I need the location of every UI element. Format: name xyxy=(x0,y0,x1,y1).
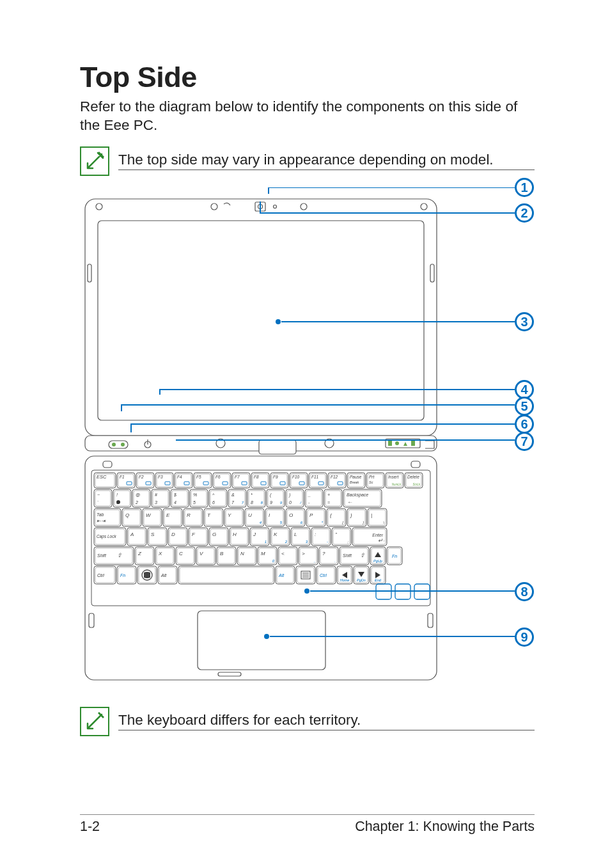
svg-text:O: O xyxy=(289,512,293,518)
svg-text:F9: F9 xyxy=(273,475,278,479)
svg-text:M: M xyxy=(261,551,265,556)
svg-rect-30 xyxy=(428,613,433,627)
callout-7: 7 xyxy=(515,432,534,451)
svg-text:Alt: Alt xyxy=(160,573,167,578)
intro-text: Refer to the diagram below to identify t… xyxy=(80,98,535,135)
svg-text:F7: F7 xyxy=(235,475,240,479)
svg-text:V: V xyxy=(199,551,203,556)
note-top-text: The top side may vary in appearance depe… xyxy=(118,152,535,170)
svg-text:F5: F5 xyxy=(196,475,201,479)
svg-text:$: $ xyxy=(173,493,176,497)
svg-rect-1 xyxy=(98,221,424,420)
svg-text:?: ? xyxy=(322,551,325,556)
svg-text:2: 2 xyxy=(135,500,138,505)
svg-text:F4: F4 xyxy=(177,475,182,479)
svg-text:Enter: Enter xyxy=(372,533,383,537)
svg-text:Pause: Pause xyxy=(350,475,362,479)
svg-text:Break: Break xyxy=(350,480,359,484)
svg-text:~: ~ xyxy=(97,493,100,497)
svg-point-13 xyxy=(112,443,116,446)
svg-text:Fn: Fn xyxy=(392,554,397,558)
laptop-diagram: ESCF1F2F3F4F5F6F7F8F9F10F11F12PauseBreak… xyxy=(80,187,535,693)
chapter-label: Chapter 1: Knowing the Parts xyxy=(355,819,535,835)
svg-text:End: End xyxy=(375,578,382,582)
note-top: The top side may vary in appearance depe… xyxy=(80,146,535,176)
svg-text::: : xyxy=(315,532,316,537)
svg-text:-: - xyxy=(327,540,328,544)
svg-text:Tab: Tab xyxy=(97,512,104,517)
svg-text:%: % xyxy=(193,493,197,497)
page-title: Top Side xyxy=(80,61,535,94)
svg-text:3: 3 xyxy=(155,500,157,505)
svg-text:Delete: Delete xyxy=(407,475,419,479)
svg-rect-29 xyxy=(89,613,94,627)
svg-rect-18 xyxy=(259,440,296,454)
svg-text:ScrLk: ScrLk xyxy=(412,483,420,486)
svg-text:⇧: ⇧ xyxy=(360,552,365,558)
svg-point-338 xyxy=(276,319,281,324)
svg-point-22 xyxy=(395,441,399,445)
svg-text:D: D xyxy=(171,532,175,537)
svg-text:N: N xyxy=(240,551,244,556)
svg-text:H: H xyxy=(233,532,237,537)
svg-rect-28 xyxy=(218,672,241,676)
svg-text:9: 9 xyxy=(270,500,272,505)
svg-text:F8: F8 xyxy=(254,475,259,479)
svg-text:}: } xyxy=(350,512,352,518)
svg-text:!: ! xyxy=(116,493,118,497)
callout-9: 9 xyxy=(515,627,534,647)
svg-text:X: X xyxy=(158,551,162,556)
svg-text:F2: F2 xyxy=(139,475,144,479)
note-icon xyxy=(80,146,109,176)
svg-text:B: B xyxy=(220,551,224,556)
svg-text:R: R xyxy=(187,512,191,518)
svg-text:P: P xyxy=(309,512,313,518)
svg-text:F1: F1 xyxy=(120,475,125,479)
svg-rect-10 xyxy=(430,264,434,282)
note-bottom-text: The keyboard differs for each territory. xyxy=(118,712,535,730)
svg-point-340 xyxy=(264,634,269,639)
svg-text:_: _ xyxy=(308,493,311,497)
svg-text:&: & xyxy=(231,493,235,497)
svg-text:<: < xyxy=(281,551,285,556)
svg-rect-12 xyxy=(109,441,128,448)
svg-text:G: G xyxy=(212,532,216,537)
svg-text:Q: Q xyxy=(125,512,129,518)
svg-text:⇤⇥: ⇤⇥ xyxy=(97,518,106,524)
callout-2: 2 xyxy=(515,203,534,223)
svg-point-14 xyxy=(121,443,125,446)
svg-text:+: + xyxy=(327,493,330,497)
svg-text:NumLk: NumLk xyxy=(392,483,402,486)
callout-1: 1 xyxy=(515,178,534,197)
callout-8: 8 xyxy=(515,582,534,601)
svg-text:0: 0 xyxy=(289,500,292,505)
svg-text:Backspace: Backspace xyxy=(347,493,368,498)
svg-text:,: , xyxy=(314,559,315,563)
svg-text:PgUp: PgUp xyxy=(373,559,382,563)
svg-text:E: E xyxy=(166,512,170,518)
note-icon xyxy=(80,707,109,736)
svg-text:8: 8 xyxy=(251,500,253,505)
svg-text:Shift: Shift xyxy=(343,553,352,558)
svg-text:|: | xyxy=(371,512,372,518)
svg-text:Shift: Shift xyxy=(97,553,107,558)
callout-6: 6 xyxy=(515,414,534,434)
svg-point-107 xyxy=(116,500,120,504)
svg-rect-27 xyxy=(198,611,325,670)
svg-text:A: A xyxy=(130,532,134,537)
callout-5: 5 xyxy=(515,397,534,416)
svg-text:5: 5 xyxy=(193,500,196,505)
svg-text:F10: F10 xyxy=(292,475,300,479)
svg-text:L: L xyxy=(294,532,297,537)
svg-text:Sc: Sc xyxy=(369,480,373,484)
svg-text:Prt: Prt xyxy=(369,475,375,479)
svg-text:Ctrl: Ctrl xyxy=(97,573,104,578)
footer: 1-2 Chapter 1: Knowing the Parts xyxy=(80,814,535,835)
svg-text:4: 4 xyxy=(174,500,176,505)
svg-text:]: ] xyxy=(362,521,364,525)
svg-text:.: . xyxy=(334,559,336,563)
svg-text:Ctrl: Ctrl xyxy=(320,573,327,578)
callout-3: 3 xyxy=(515,312,534,331)
svg-rect-25 xyxy=(103,461,112,468)
svg-text:Y: Y xyxy=(228,512,231,518)
